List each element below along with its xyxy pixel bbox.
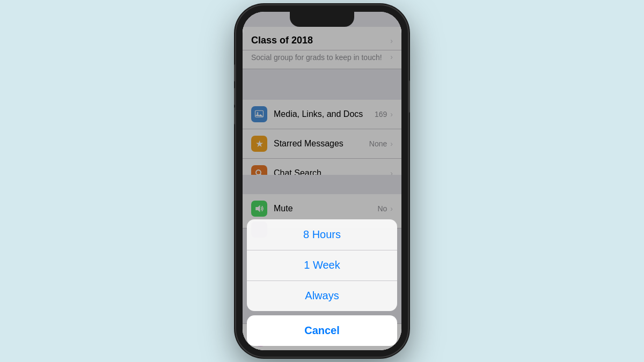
option-1week[interactable]: 1 Week: [247, 250, 397, 280]
option-always[interactable]: Always: [247, 280, 397, 311]
phone-screen: Class of 2018 › Social group for grads t…: [243, 12, 401, 350]
phone-device: Class of 2018 › Social group for grads t…: [236, 5, 408, 357]
settings-background: Class of 2018 › Social group for grads t…: [243, 12, 401, 350]
phone-notch: [290, 12, 354, 27]
cancel-button[interactable]: Cancel: [247, 315, 397, 346]
cancel-sheet: Cancel: [247, 315, 397, 346]
action-sheet: 8 Hours 1 Week Always: [247, 219, 397, 311]
screen-content: Class of 2018 › Social group for grads t…: [243, 12, 401, 350]
option-8hours[interactable]: 8 Hours: [247, 219, 397, 250]
action-sheet-overlay: 8 Hours 1 Week Always Cancel: [243, 12, 401, 350]
